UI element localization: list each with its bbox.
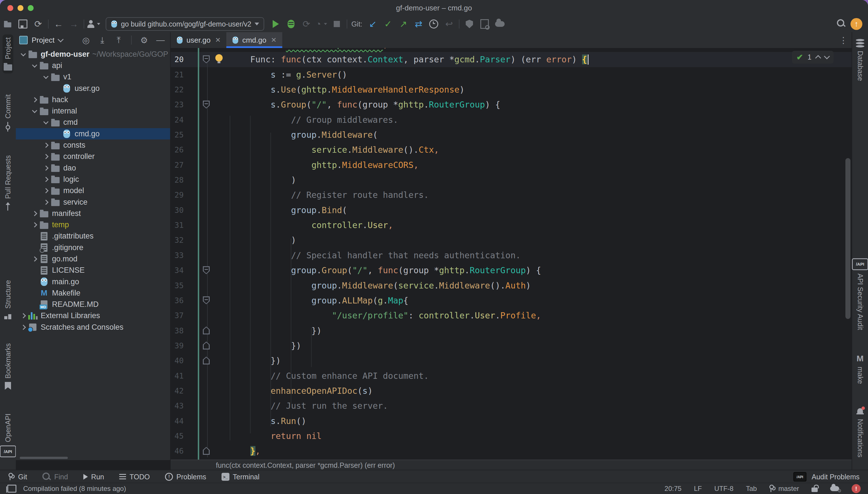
tool-window-button-git[interactable]: Git	[8, 473, 27, 481]
tool-strip-button-commit[interactable]: Commit	[3, 92, 13, 134]
back-icon[interactable]: ←	[51, 17, 66, 31]
git-branch-widget[interactable]: master	[770, 485, 799, 493]
code-line-33[interactable]: 33 // Special handler that needs authent…	[171, 248, 852, 263]
chevron-closed-icon[interactable]	[41, 189, 51, 192]
profiler-icon[interactable]: ◔	[314, 17, 329, 31]
code-editor[interactable]: 19 Brief: "start http server",20 Func: f…	[171, 48, 852, 460]
open-folder-icon[interactable]	[0, 17, 15, 31]
caret-position[interactable]: 20:75	[665, 485, 682, 493]
tree-item-temp[interactable]: temp	[16, 219, 170, 230]
code-line-42[interactable]: 42 enhanceOpenAPIDoc(s)	[171, 383, 852, 398]
tree-item-readme-md[interactable]: README.MD	[16, 299, 170, 310]
git-push-icon[interactable]: ↗	[396, 17, 411, 31]
tool-window-button-todo[interactable]: TODO	[119, 473, 150, 481]
tab-cmd-go[interactable]: cmd.go✕	[226, 32, 282, 48]
tool-window-button-terminal[interactable]: >_Terminal	[221, 473, 259, 481]
tree-item-cmd-go[interactable]: cmd.go	[16, 128, 170, 139]
tool-window-button-run[interactable]: Run	[83, 473, 104, 481]
tree-item-makefile[interactable]: MMakefile	[16, 287, 170, 299]
tab-options-icon[interactable]: ⋮	[839, 38, 848, 42]
tool-window-button-audit-problems[interactable]: /APIAudit Problems	[792, 471, 860, 483]
fold-expand-icon[interactable]	[203, 327, 210, 335]
code-line-29[interactable]: 29 // Register route handlers.	[171, 187, 852, 203]
code-line-44[interactable]: 44 s.Run()	[171, 414, 852, 429]
line-ending[interactable]: LF	[694, 485, 702, 493]
code-line-36[interactable]: 36 group.ALLMap(g.Map{	[171, 293, 852, 308]
code-line-34[interactable]: 34 group.Group("/", func(group *ghttp.Ro…	[171, 263, 852, 278]
chevron-closed-icon[interactable]	[41, 155, 51, 158]
tab-user-go[interactable]: user.go✕	[171, 32, 226, 48]
tree-item-cmd[interactable]: cmd	[16, 117, 170, 128]
fold-expand-icon[interactable]	[203, 357, 210, 364]
collapse-all-icon[interactable]: ⤒	[112, 35, 125, 45]
horizontal-scrollbar[interactable]	[20, 457, 68, 459]
code-line-25[interactable]: 25 group.Middleware(	[171, 127, 852, 142]
tool-strip-button-structure[interactable]: Structure	[3, 277, 13, 322]
tool-strip-button-openapi[interactable]: OpenAPI/API	[0, 411, 17, 460]
project-view-title[interactable]: Project	[32, 36, 55, 44]
tree-item-hack[interactable]: hack	[16, 94, 170, 105]
file-encoding[interactable]: UTF-8	[714, 485, 734, 493]
code-line-20[interactable]: 20 Func: func(ctx context.Context, parse…	[171, 52, 852, 67]
tree-item-model[interactable]: model	[16, 185, 170, 196]
code-line-28[interactable]: 28 )	[171, 172, 852, 187]
chevron-open-icon[interactable]	[30, 64, 39, 67]
git-commit-icon[interactable]: ✓	[380, 17, 396, 31]
chevron-down-icon[interactable]	[58, 36, 64, 42]
code-line-24[interactable]: 24 // Group middlewares.	[171, 112, 852, 127]
search-document-icon[interactable]	[477, 17, 492, 31]
tree-item-manifest[interactable]: manifest	[16, 208, 170, 219]
save-all-icon[interactable]	[15, 17, 31, 31]
gear-icon[interactable]: ⚙	[138, 35, 150, 45]
code-line-30[interactable]: 30 group.Bind(	[171, 203, 852, 217]
code-line-40[interactable]: 40 })	[171, 353, 852, 368]
code-line-43[interactable]: 43 // Just run the server.	[171, 398, 852, 413]
chevron-closed-icon[interactable]	[41, 166, 51, 170]
chevron-closed-icon[interactable]	[30, 223, 39, 227]
code-line-22[interactable]: 22 s.Use(ghttp.MiddlewareHandlerResponse…	[171, 82, 852, 97]
chevron-open-icon[interactable]	[41, 76, 51, 78]
git-rollback-icon[interactable]: ↩	[441, 17, 457, 31]
tool-strip-button-bookmarks[interactable]: Bookmarks	[3, 340, 13, 393]
indent-mode[interactable]: Tab	[746, 485, 757, 493]
tool-window-button-problems[interactable]: !Problems	[165, 473, 206, 481]
forward-icon[interactable]: →	[66, 17, 82, 31]
stop-button[interactable]	[329, 17, 344, 31]
code-line-26[interactable]: 26 service.Middleware().Ctx,	[171, 142, 852, 157]
chevron-closed-icon[interactable]	[41, 177, 51, 181]
tool-strip-button-pull-requests[interactable]: Pull Requests	[3, 152, 13, 213]
chevron-closed-icon[interactable]	[18, 325, 28, 329]
locate-file-icon[interactable]: ◎	[80, 35, 92, 45]
tree-item-go-mod[interactable]: go.mod	[16, 253, 170, 265]
editor-scrollbar[interactable]	[845, 158, 850, 319]
previous-problem-icon[interactable]	[815, 55, 821, 61]
tree-item-logic[interactable]: logic	[16, 174, 170, 185]
hide-panel-icon[interactable]: —	[154, 35, 167, 45]
code-line-21[interactable]: 21 s := g.Server()	[171, 67, 852, 82]
chevron-open-icon[interactable]	[18, 53, 28, 56]
status-message[interactable]: Compilation failed (8 minutes ago)	[23, 485, 126, 493]
chevron-closed-icon[interactable]	[30, 98, 39, 102]
layout-icon[interactable]	[7, 485, 16, 493]
update-available-icon[interactable]: ↑	[850, 18, 862, 30]
cloud-icon[interactable]	[492, 17, 507, 31]
tool-strip-button-notifications[interactable]: Notifications	[855, 405, 866, 460]
tool-strip-button-api-security-audit[interactable]: /APIAPI Security Audit	[851, 255, 868, 333]
chevron-closed-icon[interactable]	[30, 212, 39, 215]
code-line-37[interactable]: 37 "/user/profile": controller.User.Prof…	[171, 308, 852, 323]
user-profile-icon[interactable]	[87, 17, 102, 31]
tree-item-main-go[interactable]: main.go	[16, 276, 170, 287]
chevron-closed-icon[interactable]	[41, 144, 51, 147]
code-line-27[interactable]: 27 ghttp.MiddlewareCORS,	[171, 157, 852, 172]
tree-item-api[interactable]: api	[16, 60, 170, 71]
tree-item-gitattributes[interactable]: .gitattributes	[16, 231, 170, 242]
next-problem-icon[interactable]	[824, 53, 830, 59]
intention-lightbulb-icon[interactable]	[215, 54, 223, 61]
close-icon[interactable]: ✕	[215, 36, 221, 44]
git-update-icon[interactable]: ↙	[365, 17, 380, 31]
error-badge[interactable]: !	[852, 484, 861, 493]
code-line-39[interactable]: 39 })	[171, 338, 852, 353]
tool-window-button-find[interactable]: Find	[42, 473, 68, 481]
run-button[interactable]	[268, 17, 284, 31]
chevron-open-icon[interactable]	[41, 121, 51, 124]
